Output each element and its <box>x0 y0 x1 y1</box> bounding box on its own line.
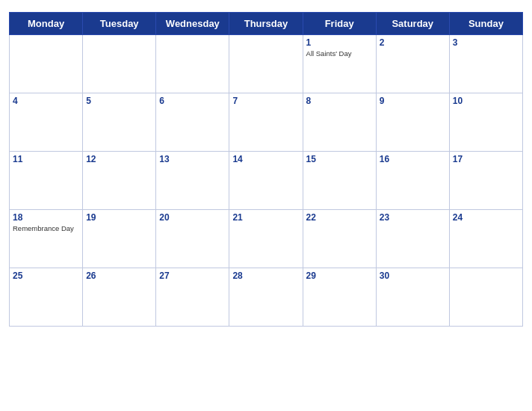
day-number: 15 <box>306 154 373 164</box>
calendar-cell: 30 <box>376 268 449 327</box>
day-number: 16 <box>380 154 446 164</box>
calendar-cell: 16 <box>376 152 449 210</box>
calendar-cell: 15 <box>303 152 376 210</box>
calendar-week-row: 18Remembrance Day192021222324 <box>10 210 523 268</box>
calendar-cell: 7 <box>229 93 303 152</box>
calendar-cell: 26 <box>83 268 156 327</box>
calendar-table: MondayTuesdayWednesdayThursdayFridaySatu… <box>9 12 523 327</box>
calendar-cell: 20 <box>156 210 229 268</box>
weekday-header-row: MondayTuesdayWednesdayThursdayFridaySatu… <box>10 13 523 35</box>
calendar-cell: 5 <box>83 93 156 152</box>
calendar-cell: 13 <box>156 152 229 210</box>
calendar-cell: 1All Saints' Day <box>303 35 376 93</box>
calendar-cell: 23 <box>376 210 449 268</box>
calendar-cell: 10 <box>449 93 522 152</box>
day-number: 18 <box>13 212 79 223</box>
day-number: 8 <box>306 96 373 106</box>
calendar-cell: 27 <box>156 268 229 327</box>
weekday-header-tuesday: Tuesday <box>83 13 156 35</box>
weekday-header-saturday: Saturday <box>376 13 449 35</box>
calendar-cell: 25 <box>10 268 83 327</box>
day-number: 29 <box>306 271 373 281</box>
calendar-cell: 14 <box>229 152 303 210</box>
day-number: 19 <box>86 212 152 223</box>
day-number: 6 <box>159 96 226 106</box>
calendar-cell: 19 <box>83 210 156 268</box>
day-number: 5 <box>86 96 152 106</box>
day-number: 22 <box>306 212 373 223</box>
calendar-cell: 11 <box>10 152 83 210</box>
calendar-cell: 4 <box>10 93 83 152</box>
weekday-header-friday: Friday <box>303 13 376 35</box>
calendar-cell: 22 <box>303 210 376 268</box>
calendar-cell: 6 <box>156 93 229 152</box>
day-number: 3 <box>453 37 519 48</box>
day-number: 10 <box>453 96 519 106</box>
weekday-header-wednesday: Wednesday <box>156 13 229 35</box>
day-number: 17 <box>453 154 519 164</box>
day-number: 28 <box>232 271 299 281</box>
calendar-week-row: 1All Saints' Day23 <box>10 35 523 93</box>
weekday-header-monday: Monday <box>10 13 83 35</box>
calendar-cell <box>449 268 522 327</box>
holiday-label: All Saints' Day <box>306 49 373 58</box>
day-number: 25 <box>13 271 79 281</box>
calendar-cell: 8 <box>303 93 376 152</box>
day-number: 24 <box>453 212 519 223</box>
weekday-header-thursday: Thursday <box>229 13 303 35</box>
calendar-cell: 18Remembrance Day <box>10 210 83 268</box>
calendar-cell: 28 <box>229 268 303 327</box>
calendar-week-row: 11121314151617 <box>10 152 523 210</box>
day-number: 1 <box>306 37 373 48</box>
calendar-wrapper: MondayTuesdayWednesdayThursdayFridaySatu… <box>0 0 532 411</box>
calendar-week-row: 45678910 <box>10 93 523 152</box>
calendar-cell <box>156 35 229 93</box>
calendar-cell: 3 <box>449 35 522 93</box>
day-number: 11 <box>13 154 79 164</box>
calendar-cell: 21 <box>229 210 303 268</box>
day-number: 2 <box>380 37 446 48</box>
calendar-week-row: 252627282930 <box>10 268 523 327</box>
day-number: 23 <box>380 212 446 223</box>
calendar-cell: 29 <box>303 268 376 327</box>
day-number: 27 <box>159 271 226 281</box>
day-number: 21 <box>232 212 299 223</box>
calendar-cell: 24 <box>449 210 522 268</box>
day-number: 26 <box>86 271 152 281</box>
holiday-label: Remembrance Day <box>13 224 79 232</box>
day-number: 9 <box>380 96 446 106</box>
calendar-cell: 2 <box>376 35 449 93</box>
day-number: 13 <box>159 154 226 164</box>
calendar-cell <box>83 35 156 93</box>
day-number: 7 <box>232 96 299 106</box>
day-number: 20 <box>159 212 226 223</box>
day-number: 30 <box>380 271 446 281</box>
calendar-cell <box>229 35 303 93</box>
day-number: 14 <box>232 154 299 164</box>
calendar-cell <box>10 35 83 93</box>
weekday-header-sunday: Sunday <box>449 13 522 35</box>
calendar-cell: 17 <box>449 152 522 210</box>
day-number: 4 <box>13 96 79 106</box>
calendar-cell: 12 <box>83 152 156 210</box>
day-number: 12 <box>86 154 152 164</box>
calendar-cell: 9 <box>376 93 449 152</box>
